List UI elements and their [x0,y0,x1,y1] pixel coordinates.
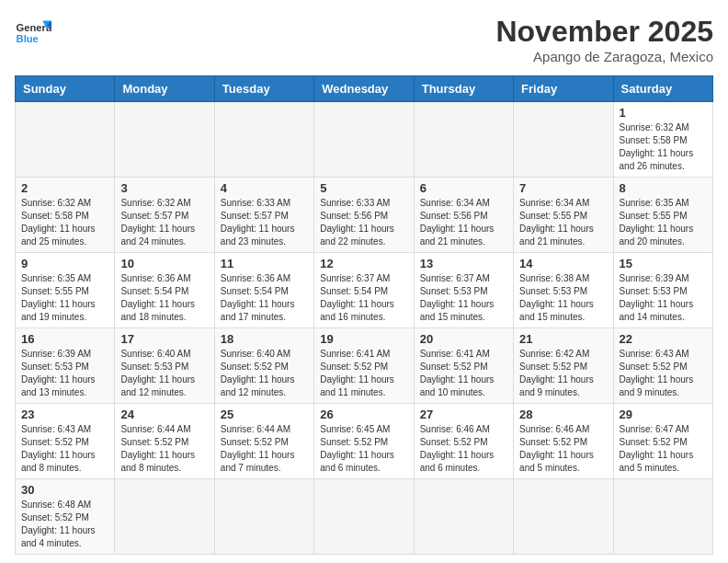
day-number: 10 [120,257,208,270]
day-info: Sunrise: 6:44 AM Sunset: 5:52 PM Dayligh… [120,423,208,475]
day-number: 8 [620,181,707,195]
calendar-cell [613,479,712,555]
weekday-header-monday: Monday [115,76,214,102]
day-info: Sunrise: 6:41 AM Sunset: 5:52 PM Dayligh… [320,348,407,399]
day-info: Sunrise: 6:35 AM Sunset: 5:55 PM Dayligh… [620,197,707,248]
day-number: 22 [620,332,707,346]
day-info: Sunrise: 6:35 AM Sunset: 5:55 PM Dayligh… [21,272,108,324]
calendar-cell: 23Sunrise: 6:43 AM Sunset: 5:52 PM Dayli… [16,404,115,479]
calendar-cell [314,102,414,178]
day-info: Sunrise: 6:33 AM Sunset: 5:56 PM Dayligh… [320,197,407,248]
calendar-cell [214,102,313,178]
day-info: Sunrise: 6:36 AM Sunset: 5:54 PM Dayligh… [120,272,208,324]
day-number: 27 [420,408,507,421]
calendar-cell: 13Sunrise: 6:37 AM Sunset: 5:53 PM Dayli… [414,253,513,328]
calendar-week-row: 23Sunrise: 6:43 AM Sunset: 5:52 PM Dayli… [16,404,713,479]
calendar-week-row: 9Sunrise: 6:35 AM Sunset: 5:55 PM Daylig… [16,253,713,328]
day-info: Sunrise: 6:40 AM Sunset: 5:52 PM Dayligh… [221,348,308,399]
calendar-cell: 18Sunrise: 6:40 AM Sunset: 5:52 PM Dayli… [214,328,313,404]
day-number: 18 [221,332,308,346]
day-number: 12 [320,257,407,270]
day-info: Sunrise: 6:39 AM Sunset: 5:53 PM Dayligh… [620,272,707,324]
calendar-body: 1Sunrise: 6:32 AM Sunset: 5:58 PM Daylig… [16,102,713,555]
calendar-week-row: 16Sunrise: 6:39 AM Sunset: 5:53 PM Dayli… [16,328,713,404]
calendar-cell [514,479,613,555]
day-number: 11 [221,257,308,270]
calendar-cell [16,102,115,178]
day-number: 5 [320,181,407,195]
day-number: 3 [120,181,208,195]
day-info: Sunrise: 6:34 AM Sunset: 5:56 PM Dayligh… [420,197,507,248]
day-info: Sunrise: 6:40 AM Sunset: 5:53 PM Dayligh… [120,348,208,399]
calendar-table: SundayMondayTuesdayWednesdayThursdayFrid… [15,75,713,555]
calendar-cell: 12Sunrise: 6:37 AM Sunset: 5:54 PM Dayli… [314,253,414,328]
day-info: Sunrise: 6:42 AM Sunset: 5:52 PM Dayligh… [519,348,607,399]
calendar-cell: 22Sunrise: 6:43 AM Sunset: 5:52 PM Dayli… [613,328,712,404]
calendar-cell: 19Sunrise: 6:41 AM Sunset: 5:52 PM Dayli… [314,328,414,404]
calendar-cell: 20Sunrise: 6:41 AM Sunset: 5:52 PM Dayli… [414,328,513,404]
calendar-cell: 5Sunrise: 6:33 AM Sunset: 5:56 PM Daylig… [314,178,414,253]
day-info: Sunrise: 6:48 AM Sunset: 5:52 PM Dayligh… [21,499,108,550]
calendar-cell: 21Sunrise: 6:42 AM Sunset: 5:52 PM Dayli… [514,328,613,404]
day-number: 25 [221,408,308,421]
day-info: Sunrise: 6:33 AM Sunset: 5:57 PM Dayligh… [221,197,308,248]
day-number: 29 [620,408,707,421]
calendar-cell [214,479,313,555]
day-number: 26 [320,408,407,421]
calendar-week-row: 30Sunrise: 6:48 AM Sunset: 5:52 PM Dayli… [16,479,713,555]
location-title: Apango de Zaragoza, Mexico [495,49,713,64]
day-number: 2 [21,181,108,195]
svg-text:Blue: Blue [17,33,39,44]
day-number: 4 [221,181,308,195]
day-number: 20 [420,332,507,346]
day-number: 23 [21,408,108,421]
month-title: November 2025 [495,15,713,49]
calendar-header: SundayMondayTuesdayWednesdayThursdayFrid… [16,76,713,102]
calendar-cell: 29Sunrise: 6:47 AM Sunset: 5:52 PM Dayli… [613,404,712,479]
calendar-cell: 30Sunrise: 6:48 AM Sunset: 5:52 PM Dayli… [16,479,115,555]
calendar-cell: 9Sunrise: 6:35 AM Sunset: 5:55 PM Daylig… [16,253,115,328]
day-number: 28 [519,408,607,421]
day-number: 17 [120,332,208,346]
day-number: 13 [420,257,507,270]
day-info: Sunrise: 6:34 AM Sunset: 5:55 PM Dayligh… [519,197,607,248]
calendar-week-row: 1Sunrise: 6:32 AM Sunset: 5:58 PM Daylig… [16,102,713,178]
calendar-cell: 27Sunrise: 6:46 AM Sunset: 5:52 PM Dayli… [414,404,513,479]
calendar-cell: 28Sunrise: 6:46 AM Sunset: 5:52 PM Dayli… [514,404,613,479]
calendar-cell: 16Sunrise: 6:39 AM Sunset: 5:53 PM Dayli… [16,328,115,404]
logo: General Blue [15,15,51,52]
day-info: Sunrise: 6:43 AM Sunset: 5:52 PM Dayligh… [21,423,108,475]
calendar-cell [115,102,214,178]
day-info: Sunrise: 6:46 AM Sunset: 5:52 PM Dayligh… [519,423,607,475]
calendar-cell: 25Sunrise: 6:44 AM Sunset: 5:52 PM Dayli… [214,404,313,479]
calendar-cell [514,102,613,178]
day-number: 21 [519,332,607,346]
day-number: 6 [420,181,507,195]
day-number: 9 [21,257,108,270]
title-section: November 2025 Apango de Zaragoza, Mexico [495,15,713,64]
calendar-cell: 8Sunrise: 6:35 AM Sunset: 5:55 PM Daylig… [613,178,712,253]
day-number: 24 [120,408,208,421]
day-number: 30 [21,483,108,497]
day-info: Sunrise: 6:46 AM Sunset: 5:52 PM Dayligh… [420,423,507,475]
calendar-cell [115,479,214,555]
day-info: Sunrise: 6:43 AM Sunset: 5:52 PM Dayligh… [620,348,707,399]
day-info: Sunrise: 6:45 AM Sunset: 5:52 PM Dayligh… [320,423,407,475]
weekday-header-sunday: Sunday [16,76,115,102]
calendar-cell [314,479,414,555]
calendar-cell: 10Sunrise: 6:36 AM Sunset: 5:54 PM Dayli… [115,253,214,328]
logo-icon: General Blue [15,15,51,52]
calendar-cell: 7Sunrise: 6:34 AM Sunset: 5:55 PM Daylig… [514,178,613,253]
calendar-cell: 3Sunrise: 6:32 AM Sunset: 5:57 PM Daylig… [115,178,214,253]
day-number: 7 [519,181,607,195]
page-header: General Blue November 2025 Apango de Zar… [15,15,713,64]
calendar-cell [414,102,513,178]
calendar-cell [414,479,513,555]
weekday-header-thursday: Thursday [414,76,513,102]
day-info: Sunrise: 6:37 AM Sunset: 5:53 PM Dayligh… [420,272,507,324]
calendar-week-row: 2Sunrise: 6:32 AM Sunset: 5:58 PM Daylig… [16,178,713,253]
weekday-header-friday: Friday [514,76,613,102]
calendar-cell: 24Sunrise: 6:44 AM Sunset: 5:52 PM Dayli… [115,404,214,479]
day-info: Sunrise: 6:44 AM Sunset: 5:52 PM Dayligh… [221,423,308,475]
day-number: 19 [320,332,407,346]
